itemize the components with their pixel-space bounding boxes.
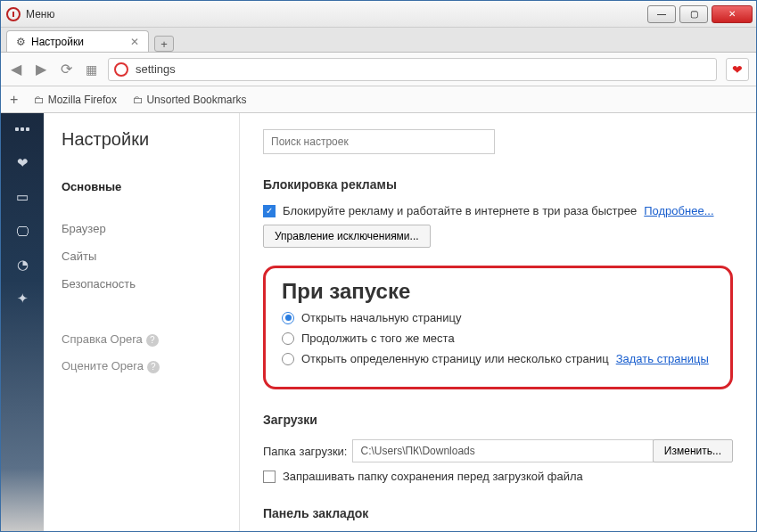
opera-o-icon <box>114 62 128 77</box>
sidebar-rate[interactable]: Оцените Opera? <box>62 353 221 380</box>
bookmark-folder[interactable]: 🗀 Mozilla Firefox <box>34 94 117 106</box>
radio-label: Открыть определенную страницу или нескол… <box>301 352 609 365</box>
opera-logo-icon <box>6 7 21 21</box>
section-title: Панель закладок <box>263 506 733 520</box>
close-button[interactable]: ✕ <box>712 5 753 23</box>
settings-sidebar: Настройки Основные Браузер Сайты Безопас… <box>44 113 240 531</box>
startup-radio-continue[interactable] <box>282 332 294 345</box>
new-tab-button[interactable]: + <box>154 36 174 52</box>
section-startup: При запуске Открыть начальную страницу П… <box>263 266 733 389</box>
speed-dial-icon[interactable] <box>13 122 31 136</box>
bookmarks-toolbar: + 🗀 Mozilla Firefox 🗀 Unsorted Bookmarks <box>1 86 756 113</box>
back-button[interactable]: ◀ <box>8 61 24 78</box>
ask-folder-checkbox[interactable] <box>263 471 276 483</box>
adblock-more-link[interactable]: Подробнее... <box>644 204 713 217</box>
adblock-checkbox[interactable]: ✓ <box>263 205 276 217</box>
radio-label: Открыть начальную страницу <box>301 311 462 324</box>
section-adblock: Блокировка рекламы ✓ Блокируйте рекламу … <box>263 177 733 248</box>
sidebar-item-basic[interactable]: Основные <box>62 173 221 201</box>
bookmark-heart-button[interactable]: ❤ <box>726 58 749 81</box>
address-bar[interactable] <box>108 58 717 81</box>
navigation-toolbar: ◀ ▶ ⟳ ▦ ❤ <box>1 53 756 86</box>
help-icon: ? <box>147 361 160 373</box>
add-bookmark-button[interactable]: + <box>10 92 18 108</box>
news-icon[interactable]: ▭ <box>13 190 31 204</box>
forward-button[interactable]: ▶ <box>33 61 49 78</box>
sidebar-help[interactable]: Справка Opera? <box>62 326 221 353</box>
sidebar-item-sites[interactable]: Сайты <box>62 242 221 270</box>
reload-button[interactable]: ⟳ <box>58 61 74 78</box>
content-area: ❤ ▭ 🖵 ◔ ✦ Настройки Основные Браузер Сай… <box>1 113 756 531</box>
icon-rail: ❤ ▭ 🖵 ◔ ✦ <box>1 113 44 531</box>
settings-content: Блокировка рекламы ✓ Блокируйте рекламу … <box>240 113 756 531</box>
bookmarks-icon[interactable]: ❤ <box>13 156 31 170</box>
section-title: Блокировка рекламы <box>263 177 733 192</box>
settings-search-input[interactable] <box>263 129 495 154</box>
section-title: При запуске <box>282 279 714 304</box>
page-title: Настройки <box>62 129 221 150</box>
history-icon[interactable]: ◔ <box>13 258 31 272</box>
tab-strip: ⚙ Настройки ✕ + <box>1 28 756 53</box>
browser-window: Меню — ▢ ✕ ⚙ Настройки ✕ + ◀ ▶ ⟳ ▦ ❤ + 🗀… <box>0 0 757 532</box>
change-folder-button[interactable]: Изменить... <box>653 439 733 462</box>
speed-dial-button[interactable]: ▦ <box>83 62 99 77</box>
sync-icon[interactable]: 🖵 <box>13 224 31 238</box>
tab-title: Настройки <box>31 36 84 48</box>
manage-exceptions-button[interactable]: Управление исключениями... <box>263 225 431 248</box>
sidebar-item-security[interactable]: Безопасность <box>62 270 221 298</box>
minimize-button[interactable]: — <box>647 5 676 23</box>
set-pages-link[interactable]: Задать страницы <box>616 352 709 365</box>
url-input[interactable] <box>136 62 711 76</box>
window-titlebar: Меню — ▢ ✕ <box>1 1 756 28</box>
tab-close-icon[interactable]: ✕ <box>130 36 139 48</box>
radio-label: Продолжить с того же места <box>301 331 455 345</box>
download-folder-input[interactable] <box>352 439 653 462</box>
section-downloads: Загрузки Папка загрузки: Изменить... Зап… <box>263 413 733 483</box>
adblock-label: Блокируйте рекламу и работайте в интерне… <box>283 204 637 217</box>
ask-folder-label: Запрашивать папку сохранения перед загру… <box>283 470 583 483</box>
maximize-button[interactable]: ▢ <box>679 5 708 23</box>
startup-radio-homepage[interactable] <box>282 312 294 324</box>
section-title: Загрузки <box>263 413 733 427</box>
gear-icon: ⚙ <box>16 36 26 48</box>
sidebar-item-browser[interactable]: Браузер <box>62 215 221 242</box>
tab-settings[interactable]: ⚙ Настройки ✕ <box>6 30 149 52</box>
extensions-icon[interactable]: ✦ <box>13 291 31 306</box>
startup-radio-specific[interactable] <box>282 353 294 365</box>
help-icon: ? <box>146 334 159 347</box>
download-folder-label: Папка загрузки: <box>263 445 347 458</box>
section-bookmark-panel: Панель закладок <box>263 506 733 520</box>
window-controls: — ▢ ✕ <box>647 5 756 23</box>
bookmark-folder[interactable]: 🗀 Unsorted Bookmarks <box>133 94 246 106</box>
menu-button[interactable]: Меню <box>26 8 54 20</box>
